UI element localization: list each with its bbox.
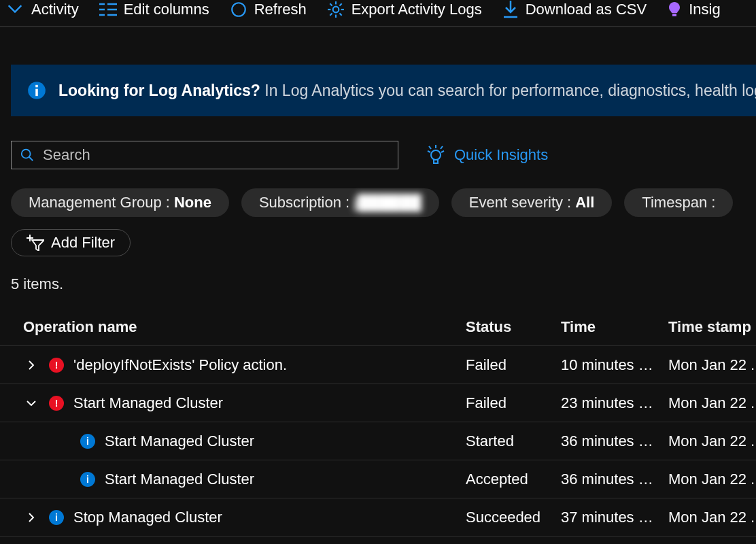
log-analytics-banner[interactable]: Looking for Log Analytics? In Log Analyt… — [11, 65, 756, 116]
activity-table: Operation name Status Time Time stamp ! … — [0, 308, 756, 537]
svg-line-27 — [441, 151, 444, 152]
operation-name: Stop Managed Cluster — [73, 509, 222, 526]
expand-toggle[interactable] — [23, 397, 39, 409]
operation-name: Start Managed Cluster — [105, 471, 254, 488]
activity-label: Activity — [31, 1, 79, 18]
table-row[interactable]: ! 'deployIfNotExists' Policy action. Fai… — [0, 346, 756, 384]
cell-timestamp: Mon Jan 22 . — [668, 471, 756, 488]
svg-line-26 — [428, 151, 430, 152]
svg-rect-20 — [35, 89, 38, 97]
download-icon — [502, 1, 519, 18]
filter-pills: Management Group : None Subscription : j… — [11, 188, 756, 217]
svg-point-6 — [232, 3, 245, 16]
svg-line-15 — [339, 3, 341, 5]
svg-line-13 — [339, 13, 341, 15]
filter-timespan[interactable]: Timespan : — [624, 188, 733, 217]
cell-time: 23 minutes … — [561, 394, 668, 412]
quick-insights-label: Quick Insights — [454, 146, 548, 164]
edit-columns-button[interactable]: Edit columns — [99, 1, 209, 18]
col-header-time[interactable]: Time — [561, 318, 668, 336]
table-row[interactable]: ! Start Managed Cluster Failed 23 minute… — [0, 384, 756, 422]
col-header-status[interactable]: Status — [466, 318, 561, 336]
activity-dropdown[interactable]: Activity — [5, 0, 79, 19]
error-icon: ! — [49, 358, 64, 373]
filter-subscription[interactable]: Subscription : j██████ — [241, 188, 439, 217]
export-button[interactable]: Export Activity Logs — [327, 1, 482, 18]
cell-operation: ! 'deployIfNotExists' Policy action. — [0, 356, 466, 374]
edit-columns-label: Edit columns — [124, 1, 209, 18]
cell-time: 37 minutes … — [561, 509, 668, 526]
cell-status: Accepted — [466, 471, 561, 488]
operation-name: 'deployIfNotExists' Policy action. — [73, 356, 287, 374]
info-icon: i — [80, 434, 95, 449]
cell-timestamp: Mon Jan 22 . — [668, 394, 756, 412]
toolbar: Activity Edit columns Refresh — [0, 0, 756, 27]
svg-rect-30 — [434, 160, 438, 163]
cell-timestamp: Mon Jan 22 . — [668, 432, 756, 450]
table-row[interactable]: i Stop Managed Cluster Succeeded 37 minu… — [0, 498, 756, 537]
col-header-operation[interactable]: Operation name — [0, 318, 466, 336]
cell-status: Failed — [466, 394, 561, 412]
operation-name: Start Managed Cluster — [105, 432, 254, 450]
cell-time: 36 minutes … — [561, 471, 668, 488]
svg-line-23 — [29, 157, 33, 161]
columns-icon — [99, 2, 117, 17]
cell-timestamp: Mon Jan 22 . — [668, 509, 756, 526]
add-filter-icon — [27, 235, 44, 251]
info-icon: i — [80, 472, 95, 487]
gear-icon — [327, 1, 345, 18]
chevron-down-icon — [5, 0, 24, 19]
search-input-wrapper[interactable] — [11, 141, 398, 169]
svg-line-14 — [330, 13, 332, 15]
expand-toggle[interactable] — [23, 359, 39, 371]
insights-label: Insig — [689, 1, 720, 18]
item-count: 5 items. — [11, 275, 756, 293]
svg-rect-21 — [35, 85, 38, 87]
expand-toggle[interactable] — [23, 511, 39, 524]
cell-operation: i Start Managed Cluster — [0, 432, 466, 450]
add-filter-label: Add Filter — [51, 234, 115, 252]
refresh-icon — [230, 1, 247, 18]
svg-point-7 — [332, 7, 339, 13]
table-row[interactable]: i Start Managed Cluster Accepted 36 minu… — [0, 460, 756, 498]
cell-timestamp: Mon Jan 22 . — [668, 356, 756, 374]
svg-point-22 — [22, 150, 31, 158]
cell-operation: i Stop Managed Cluster — [0, 509, 466, 526]
refresh-label: Refresh — [254, 1, 307, 18]
download-label: Download as CSV — [526, 1, 647, 18]
svg-rect-18 — [672, 14, 676, 16]
lightbulb-icon — [667, 1, 682, 18]
operation-name: Start Managed Cluster — [73, 394, 223, 412]
cell-status: Failed — [466, 356, 561, 374]
svg-line-12 — [330, 3, 332, 5]
download-csv-button[interactable]: Download as CSV — [502, 1, 647, 18]
cell-status: Started — [466, 432, 561, 450]
search-icon — [20, 148, 35, 163]
svg-line-28 — [429, 146, 431, 149]
filter-management-group[interactable]: Management Group : None — [11, 188, 229, 217]
table-header: Operation name Status Time Time stamp — [0, 308, 756, 346]
table-row[interactable]: i Start Managed Cluster Started 36 minut… — [0, 422, 756, 460]
lightbulb-outline-icon — [426, 145, 446, 165]
search-input[interactable] — [43, 146, 390, 164]
refresh-button[interactable]: Refresh — [230, 1, 307, 18]
add-filter-button[interactable]: Add Filter — [11, 229, 131, 256]
info-icon — [27, 81, 46, 100]
quick-insights-link[interactable]: Quick Insights — [426, 145, 548, 165]
cell-operation: ! Start Managed Cluster — [0, 394, 466, 412]
svg-point-24 — [431, 150, 441, 160]
info-icon: i — [49, 510, 64, 525]
svg-line-29 — [441, 146, 443, 149]
cell-operation: i Start Managed Cluster — [0, 471, 466, 488]
col-header-timestamp[interactable]: Time stamp — [668, 318, 756, 336]
insights-button[interactable]: Insig — [667, 1, 720, 18]
error-icon: ! — [49, 396, 64, 411]
cell-status: Succeeded — [466, 509, 561, 526]
banner-subtitle: In Log Analytics you can search for perf… — [264, 82, 756, 99]
search-row: Quick Insights — [11, 141, 756, 169]
banner-title: Looking for Log Analytics? — [58, 82, 260, 99]
export-label: Export Activity Logs — [351, 1, 482, 18]
cell-time: 36 minutes … — [561, 432, 668, 450]
filter-event-severity[interactable]: Event severity : All — [451, 188, 613, 217]
cell-time: 10 minutes … — [561, 356, 668, 374]
